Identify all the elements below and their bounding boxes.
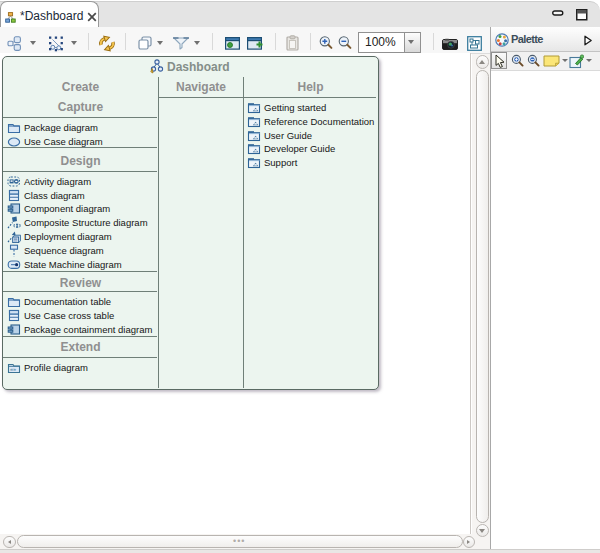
svg-text:«»: «»	[10, 366, 16, 372]
